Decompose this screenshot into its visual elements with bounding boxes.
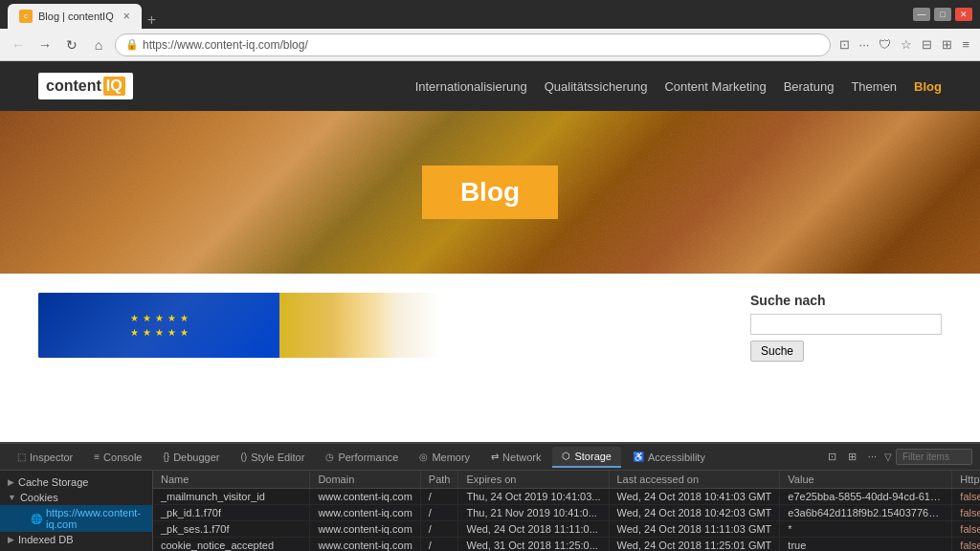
nav-themen[interactable]: Themen xyxy=(851,79,897,94)
col-last-accessed[interactable]: Last accessed on xyxy=(609,471,780,489)
filter-label: ▽ xyxy=(884,452,892,462)
logo-content-text: content xyxy=(46,77,101,95)
cell-path: / xyxy=(420,538,458,552)
star-icon[interactable]: ☆ xyxy=(898,35,915,54)
cell-name: _pk_ses.1.f70f xyxy=(153,521,310,538)
devtools-more-icon[interactable]: ··· xyxy=(864,449,880,465)
cell-last-accessed: Wed, 24 Oct 2018 11:11:03 GMT xyxy=(609,521,780,538)
site-hero: Blog xyxy=(0,111,980,274)
cell-value: true xyxy=(780,538,952,552)
tab-perf-label: Performance xyxy=(338,452,398,463)
security-lock-icon: 🔒 xyxy=(125,38,139,51)
home-button[interactable]: ⌂ xyxy=(88,34,109,55)
devtools-tabs: ⬚ Inspector ≡ Console {} Debugger () Sty… xyxy=(0,444,980,471)
maximize-button[interactable]: □ xyxy=(934,8,951,21)
cell-httponly: false xyxy=(952,489,980,505)
devtools-icon1[interactable]: ⊟ xyxy=(919,35,935,54)
new-tab-button[interactable]: + xyxy=(147,11,156,29)
site-navigation: Internationalisierung Qualitätssicherung… xyxy=(415,79,942,94)
col-name[interactable]: Name xyxy=(153,471,310,489)
nav-content-marketing[interactable]: Content Marketing xyxy=(664,79,766,94)
window-controls: — □ ✕ xyxy=(913,8,972,21)
console-icon: ≡ xyxy=(94,452,100,462)
shield-icon: 🛡 xyxy=(876,35,894,54)
back-button[interactable]: ← xyxy=(8,34,29,55)
style-icon: () xyxy=(240,452,247,462)
storage-sidebar: ▶ Cache Storage ▼ Cookies 🌐 https://www.… xyxy=(0,471,153,551)
cell-expires: Wed, 31 Oct 2018 11:25:0... xyxy=(458,538,609,552)
cache-storage-item[interactable]: ▶ Cache Storage xyxy=(0,474,152,490)
active-tab[interactable]: c Blog | contentIQ × xyxy=(8,4,142,29)
filter-area: ▽ xyxy=(884,449,972,465)
cache-storage-label: Cache Storage xyxy=(18,476,88,488)
devtools-right-controls: ⊡ ⊞ ··· ▽ xyxy=(824,449,972,465)
tab-debugger[interactable]: {} Debugger xyxy=(153,448,229,467)
indexed-db-label: Indexed DB xyxy=(18,534,73,545)
cell-expires: Thu, 21 Nov 2019 10:41:0... xyxy=(458,505,609,521)
minimize-button[interactable]: — xyxy=(913,8,930,21)
tab-console-label: Console xyxy=(103,452,142,463)
tab-favicon: c xyxy=(19,10,33,23)
website-area: content IQ Internationalisierung Qualitä… xyxy=(0,61,980,442)
cookies-item[interactable]: ▼ Cookies xyxy=(0,490,152,505)
local-storage-item[interactable]: ▶ Local Storage xyxy=(0,547,152,551)
col-path[interactable]: Path xyxy=(420,471,458,489)
url-text: https://www.content-iq.com/blog/ xyxy=(143,38,820,52)
devtools-copy-icon[interactable]: ⊡ xyxy=(824,449,840,465)
menu-icon[interactable]: ··· xyxy=(857,35,873,54)
idb-expand-icon: ▶ xyxy=(8,535,14,544)
devtools-icon2[interactable]: ⊞ xyxy=(939,35,955,54)
devtools-trash-icon[interactable]: ⊞ xyxy=(844,449,860,465)
logo-box: content IQ xyxy=(38,73,133,99)
tab-console[interactable]: ≡ Console xyxy=(84,448,151,467)
a11y-icon: ♿ xyxy=(633,452,644,462)
tab-style-label: Style Editor xyxy=(251,452,304,463)
col-httponly[interactable]: HttpOnly xyxy=(952,471,980,489)
tab-close-button[interactable]: × xyxy=(123,10,130,23)
cell-domain: www.content-iq.com xyxy=(310,505,420,521)
cell-last-accessed: Wed, 24 Oct 2018 11:25:01 GMT xyxy=(609,538,780,552)
table-row[interactable]: _pk_id.1.f70f www.content-iq.com / Thu, … xyxy=(153,505,980,521)
col-expires[interactable]: Expires on xyxy=(458,471,609,489)
close-button[interactable]: ✕ xyxy=(955,8,972,21)
site-logo: content IQ xyxy=(38,73,133,99)
search-input[interactable] xyxy=(750,314,942,335)
tab-inspector[interactable]: ⬚ Inspector xyxy=(8,448,82,467)
tab-network[interactable]: ⇄ Network xyxy=(481,448,550,467)
sidebar-right: Suche nach Suche xyxy=(750,293,942,362)
tab-storage-label: Storage xyxy=(574,451,612,462)
tab-area: c Blog | contentIQ × + xyxy=(8,0,900,29)
tab-performance[interactable]: ◷ Performance xyxy=(316,448,408,467)
table-row[interactable]: _mailmunch_visitor_id www.content-iq.com… xyxy=(153,489,980,505)
tab-style-editor[interactable]: () Style Editor xyxy=(231,448,314,467)
cell-domain: www.content-iq.com xyxy=(310,538,420,552)
refresh-button[interactable]: ↻ xyxy=(61,34,82,55)
tab-accessibility[interactable]: ♿ Accessibility xyxy=(623,448,715,467)
address-bar[interactable]: 🔒 https://www.content-iq.com/blog/ xyxy=(115,33,831,56)
col-domain[interactable]: Domain xyxy=(310,471,420,489)
nav-beratung[interactable]: Beratung xyxy=(784,79,835,94)
nav-qualitaetssicherung[interactable]: Qualitätssicherung xyxy=(545,79,648,94)
filter-input[interactable] xyxy=(896,449,972,465)
site-header: content IQ Internationalisierung Qualitä… xyxy=(0,61,980,111)
tab-storage[interactable]: ⬡ Storage xyxy=(552,447,621,468)
tab-title: Blog | contentIQ xyxy=(38,11,114,22)
forward-button[interactable]: → xyxy=(34,34,56,55)
indexed-db-item[interactable]: ▶ Indexed DB xyxy=(0,532,152,547)
cookies-domain-item[interactable]: 🌐 https://www.content-iq.com xyxy=(0,505,152,532)
devtools-icon3[interactable]: ≡ xyxy=(959,35,972,54)
storage-table-area: Name Domain Path Expires on Last accesse… xyxy=(153,471,980,551)
cookies-expand-icon: ▼ xyxy=(8,493,16,502)
table-row[interactable]: _pk_ses.1.f70f www.content-iq.com / Wed,… xyxy=(153,521,980,538)
cell-domain: www.content-iq.com xyxy=(310,521,420,538)
nav-blog[interactable]: Blog xyxy=(914,79,942,94)
cookies-table: Name Domain Path Expires on Last accesse… xyxy=(153,471,980,551)
nav-internationalisierung[interactable]: Internationalisierung xyxy=(415,79,527,94)
table-row[interactable]: cookie_notice_accepted www.content-iq.co… xyxy=(153,538,980,552)
tab-memory[interactable]: ◎ Memory xyxy=(410,448,479,467)
bookmark-icon[interactable]: ⊡ xyxy=(836,35,853,54)
col-value[interactable]: Value xyxy=(780,471,952,489)
cell-expires: Wed, 24 Oct 2018 11:11:0... xyxy=(458,521,609,538)
search-button[interactable]: Suche xyxy=(750,341,804,362)
tab-inspector-label: Inspector xyxy=(30,452,73,463)
